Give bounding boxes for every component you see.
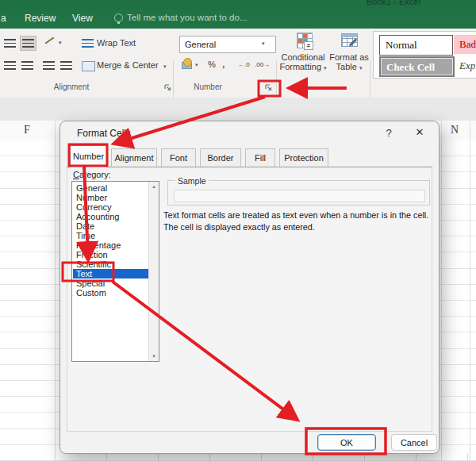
align-left-icon[interactable]	[4, 61, 16, 70]
wrap-text-icon	[82, 39, 94, 48]
title-bar: Book1 - Excel	[0, 0, 476, 10]
format-as-table-label2: Table ▾	[327, 62, 371, 71]
category-special[interactable]: Special	[73, 279, 150, 288]
merge-center-caret-icon[interactable]: ▾	[163, 63, 167, 70]
merge-center-icon	[82, 61, 95, 71]
category-date[interactable]: Date	[73, 221, 150, 231]
tab-review[interactable]: Review	[25, 13, 56, 24]
category-listbox[interactable]: General Number Currency Accounting Date …	[71, 181, 159, 362]
category-scientific[interactable]: Scientific	[73, 259, 150, 269]
category-text-selected[interactable]: Text	[73, 269, 150, 279]
align-right-icon[interactable]	[21, 61, 33, 70]
tell-me-box[interactable]: Tell me what you want to do...	[127, 13, 248, 22]
brush-icon	[349, 38, 358, 47]
tab-font[interactable]: Font	[161, 148, 196, 167]
sample-preview-box	[174, 190, 425, 202]
tab-protection[interactable]: Protection	[279, 148, 328, 167]
close-icon[interactable]: ✕	[412, 126, 428, 138]
category-label: Category:	[73, 170, 111, 179]
number-format-caret-icon[interactable]: ▾	[262, 40, 265, 47]
decrease-indent-icon[interactable]	[43, 61, 55, 70]
conditional-formatting-button[interactable]: Conditional Formatting ▾	[278, 52, 328, 71]
category-currency[interactable]: Currency	[73, 202, 150, 212]
category-custom[interactable]: Custom	[73, 288, 150, 298]
category-general[interactable]: General	[73, 183, 150, 193]
tab-alignment[interactable]: Alignment	[111, 148, 157, 167]
alignment-group-label: Alignment	[20, 83, 123, 91]
excel-window: Book1 - Excel a Review View Tell me what…	[0, 0, 476, 461]
sample-groupbox: Sample	[167, 180, 430, 206]
not-equal-badge: ≠	[304, 41, 313, 50]
orientation-caret-icon[interactable]: ▾	[59, 40, 62, 46]
help-icon[interactable]: ?	[382, 127, 396, 139]
grid-vline	[55, 121, 56, 461]
top-align-icon[interactable]	[4, 39, 16, 48]
wrap-text-button[interactable]: Wrap Text	[97, 38, 136, 48]
format-cells-dialog: Format Cells ? ✕ Number Alignment Font B…	[60, 121, 440, 454]
comma-style-button[interactable]: ,	[222, 58, 225, 71]
tab-border[interactable]: Border	[200, 148, 241, 167]
tab-fill[interactable]: Fill	[245, 148, 275, 167]
conditional-formatting-label1: Conditional	[278, 52, 328, 62]
tab-data-partial[interactable]: a	[1, 13, 6, 24]
increase-indent-icon[interactable]	[60, 61, 72, 70]
ribbon-tab-row: a Review View Tell me what you want to d…	[0, 10, 476, 29]
style-normal[interactable]: Normal	[379, 35, 453, 56]
scroll-down-icon[interactable]: ▼	[149, 354, 159, 359]
accounting-caret-icon[interactable]: ▾	[195, 62, 198, 68]
accounting-coin-icon	[183, 58, 192, 67]
merge-center-button[interactable]: Merge & Center	[97, 60, 159, 70]
grid-vline	[470, 121, 470, 461]
cancel-button[interactable]: Cancel	[391, 434, 437, 451]
formula-bar-area	[0, 98, 476, 121]
conditional-formatting-icon: ≠	[297, 33, 313, 48]
fmt-table-caret-icon: ▾	[359, 65, 363, 71]
middle-align-icon	[22, 39, 34, 48]
grid-bottom-columns	[4, 453, 476, 461]
number-dialog-launcher[interactable]	[264, 83, 273, 92]
format-as-table-button[interactable]: Format as Table ▾	[327, 52, 371, 71]
category-fraction[interactable]: Fraction	[73, 250, 150, 259]
category-accounting[interactable]: Accounting	[73, 212, 150, 221]
grid-vline	[441, 121, 442, 461]
document-title: Book1 - Excel	[367, 0, 420, 6]
tab-number[interactable]: Number	[70, 145, 107, 167]
style-bad[interactable]: Bad	[454, 35, 476, 54]
tab-strip-line	[67, 167, 432, 167]
ribbon: ▾ Wrap Text Merge & Center ▾ General ▾ ▾…	[0, 29, 476, 98]
listbox-scrollbar[interactable]: ▲ ▼	[148, 182, 159, 361]
format-as-table-icon	[341, 33, 358, 47]
middle-align-button[interactable]	[20, 36, 36, 51]
increase-decimal-icon[interactable]: ←.0	[238, 61, 250, 68]
conditional-formatting-label2: Formatting ▾	[278, 62, 328, 71]
category-number[interactable]: Number	[73, 193, 150, 202]
description-line-2: The cell is displayed exactly as entered…	[163, 222, 315, 232]
alignment-dialog-launcher[interactable]	[163, 83, 172, 92]
style-explanatory[interactable]: Expl	[454, 56, 476, 75]
number-group-label: Number	[176, 83, 240, 91]
dialog-title: Format Cells	[77, 128, 131, 139]
format-as-table-label1: Format as	[327, 52, 371, 62]
decrease-decimal-icon[interactable]: .00→	[255, 61, 270, 68]
tab-view[interactable]: View	[72, 13, 93, 24]
column-header-f[interactable]: F	[16, 124, 38, 136]
cell-styles-gallery: Normal Bad Check Cell Expl	[373, 31, 476, 79]
scroll-up-icon[interactable]: ▲	[149, 184, 159, 189]
ok-button[interactable]: OK	[317, 434, 376, 451]
lightbulb-icon	[114, 13, 123, 22]
description-line-1: Text format cells are treated as text ev…	[163, 210, 428, 220]
style-check-cell[interactable]: Check Cell	[379, 56, 455, 77]
category-percentage[interactable]: Percentage	[73, 240, 150, 250]
orientation-icon[interactable]	[45, 36, 55, 44]
category-time[interactable]: Time	[73, 231, 150, 240]
percent-style-button[interactable]: %	[208, 60, 216, 69]
column-header-n[interactable]: N	[444, 124, 465, 136]
sample-legend: Sample	[175, 176, 209, 186]
